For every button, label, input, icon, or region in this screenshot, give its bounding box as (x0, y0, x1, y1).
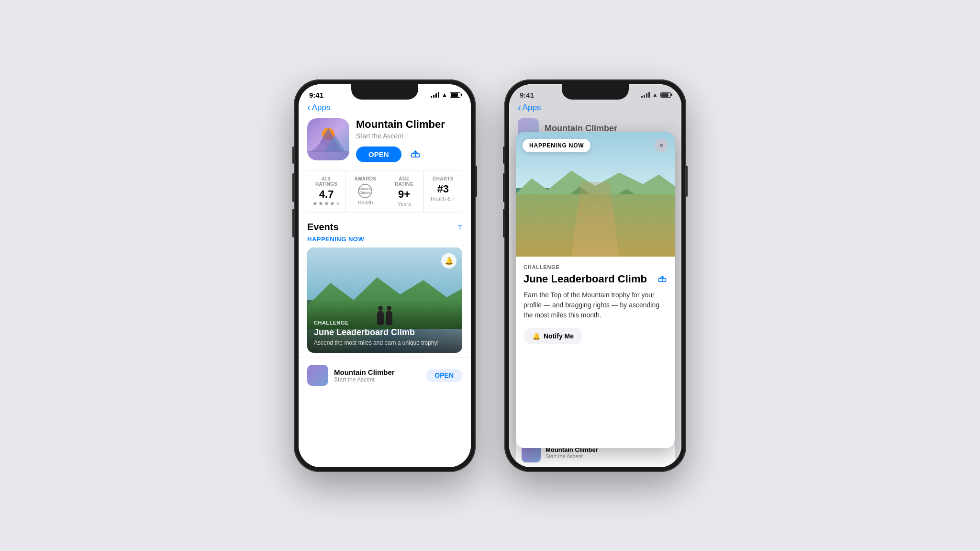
event-modal-content: CHALLENGE June Leaderboard Climb (516, 257, 675, 352)
event-modal-type: CHALLENGE (523, 264, 667, 270)
app-header-1: Mountain Climber Start the Ascent OPEN (299, 114, 471, 170)
rating-value-charts: #3 (428, 183, 458, 195)
power-button-2 (686, 166, 688, 197)
volume-up-button (292, 173, 294, 202)
signal-icon-2 (641, 92, 650, 98)
rating-value-count: 4.7 (311, 189, 342, 200)
back-label-2: Apps (523, 103, 541, 112)
phone2-mini-sub: Start the Ascent (546, 453, 669, 459)
event-modal: HAPPENING NOW × CHALLENGE June Leaderboa… (516, 132, 675, 448)
svg-rect-3 (307, 151, 349, 160)
status-icons-2: ▲ (641, 91, 671, 98)
app-name-1: Mountain Climber (356, 118, 462, 131)
close-button[interactable]: × (655, 139, 668, 152)
event-modal-title: June Leaderboard Climb (523, 273, 657, 285)
open-button-1[interactable]: OPEN (356, 146, 401, 162)
chevron-left-icon-2: ‹ (518, 102, 521, 112)
bell-icon-2: 🔔 (532, 332, 540, 340)
rating-cell-charts: CHARTS #3 Health & F (424, 170, 462, 213)
awards-sub: Health (350, 200, 380, 205)
back-button-2[interactable]: ‹ Apps (518, 103, 541, 112)
phone2-mini-info: Mountain Climber Start the Ascent (546, 446, 669, 459)
event-modal-desc: Earn the Top of the Mountain trophy for … (523, 290, 667, 320)
stars-display: ★ ★ ★ ★ ★ (311, 200, 342, 207)
volume-down-button-2 (503, 209, 505, 237)
mini-app-card-1: Mountain Climber Start the Ascent OPEN (299, 358, 471, 393)
mini-open-button[interactable]: OPEN (426, 369, 462, 382)
app-icon-1 (307, 118, 349, 160)
phone-2: 9:41 ▲ (504, 79, 686, 472)
rating-cell-age: AGE RATING 9+ Years (385, 170, 424, 213)
battery-icon (450, 92, 460, 98)
rating-label-age: AGE RATING (389, 176, 420, 187)
power-button (475, 166, 477, 197)
mini-app-icon (307, 365, 328, 386)
event-card-1[interactable]: 🔔 CHALLENGE June Leaderboard Climb Ascen… (307, 247, 462, 353)
mountain-svg (307, 118, 349, 160)
signal-icon (431, 92, 439, 98)
status-time-1: 9:41 (309, 91, 323, 99)
wifi-icon-2: ▲ (652, 91, 658, 98)
wifi-icon: ▲ (442, 91, 447, 98)
phone-1: 9:41 ▲ (294, 79, 476, 472)
rating-cell-count: 41K RATINGS 4.7 ★ ★ ★ ★ ★ (307, 170, 346, 213)
ratings-row-1: 41K RATINGS 4.7 ★ ★ ★ ★ ★ AWARDS (307, 170, 462, 213)
happening-badge: HAPPENING NOW (523, 139, 590, 152)
mini-app-sub: Start the Ascent (334, 376, 420, 383)
volume-down-button (292, 209, 294, 237)
app-subtitle-1: Start the Ascent (356, 132, 462, 140)
mute-button (292, 146, 294, 164)
charts-sub: Health & F (428, 196, 458, 202)
notch (351, 84, 418, 100)
notify-button[interactable]: 🔔 Notify Me (523, 328, 582, 344)
phone-1-screen: 9:41 ▲ (299, 84, 471, 467)
event-title-1: June Leaderboard Climb (314, 327, 456, 337)
rating-label-charts: CHARTS (428, 176, 458, 181)
event-card-overlay: CHALLENGE June Leaderboard Climb Ascend … (307, 301, 462, 353)
phone-2-screen: 9:41 ▲ (509, 84, 681, 467)
volume-up-button-2 (503, 173, 505, 202)
rating-label-awards: AWARDS (350, 176, 380, 181)
share-icon-1[interactable] (410, 147, 421, 161)
scene: 9:41 ▲ (0, 0, 980, 551)
svg-text:Editors': Editors' (359, 187, 371, 191)
mini-app-name: Mountain Climber (334, 368, 420, 376)
status-icons-1: ▲ (431, 91, 460, 98)
app-actions-1: OPEN (356, 146, 462, 162)
back-button-1[interactable]: ‹ Apps (307, 103, 330, 112)
event-desc-1: Ascend the most miles and earn a unique … (314, 339, 456, 346)
app-info-1: Mountain Climber Start the Ascent OPEN (356, 118, 462, 162)
rating-label-count: 41K RATINGS (311, 176, 342, 187)
svg-text:Choice: Choice (360, 191, 371, 194)
editors-badge: Editors' Choice (350, 183, 380, 199)
notify-label: Notify Me (544, 332, 574, 340)
chevron-left-icon: ‹ (307, 102, 311, 112)
battery-icon-2 (660, 92, 671, 98)
event-modal-title-row: June Leaderboard Climb (523, 273, 667, 285)
rating-cell-awards: AWARDS Editors' Choice Health (346, 170, 385, 213)
share-icon-2[interactable] (657, 273, 667, 285)
events-title: Events (307, 222, 339, 233)
age-sub: Years (389, 201, 420, 207)
rating-value-age: 9+ (389, 189, 420, 200)
nav-bar-2: ‹ Apps (509, 99, 681, 114)
events-link[interactable]: T (458, 224, 462, 232)
nav-bar-1: ‹ Apps (299, 99, 471, 114)
notch-2 (562, 84, 629, 100)
bell-icon[interactable]: 🔔 (441, 253, 457, 269)
status-time-2: 9:41 (520, 91, 534, 99)
mute-button-2 (503, 146, 505, 164)
back-label-1: Apps (312, 103, 331, 112)
events-section-header: Events T (299, 213, 471, 236)
happening-now-label-1: HAPPENING NOW (299, 236, 471, 247)
mini-app-info: Mountain Climber Start the Ascent (334, 368, 420, 383)
event-type-1: CHALLENGE (314, 320, 456, 326)
